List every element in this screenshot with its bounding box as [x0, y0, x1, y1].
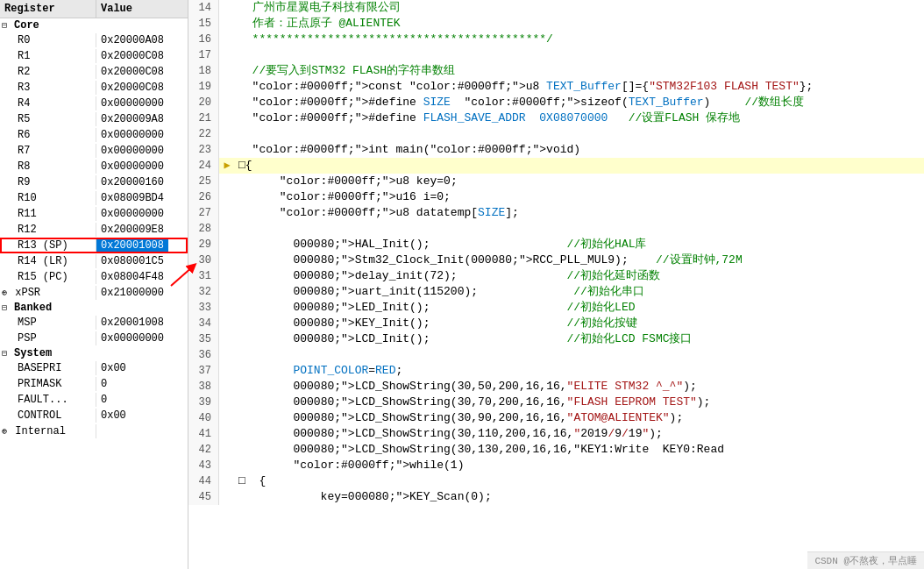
register-row[interactable]: R100x08009BD4	[0, 190, 188, 206]
register-row[interactable]: PRIMASK0	[0, 376, 188, 392]
line-content: □{	[235, 158, 252, 174]
reg-value-label: 0x200009A8	[96, 112, 168, 126]
line-content: 000080;">uart_init(115200); //初始化串口	[235, 284, 644, 300]
line-number: 39	[188, 395, 219, 410]
reg-name-label: MSP	[0, 316, 96, 330]
main-panel: Register Value ⊟CoreR00x20000A08R10x2000…	[0, 0, 924, 569]
line-content: 000080;">LCD_ShowString(30,110,200,16,16…	[235, 426, 663, 442]
reg-value-label: 0x08004F48	[96, 270, 168, 284]
register-row[interactable]: PSP0x00000000	[0, 331, 188, 346]
reg-value-label: 0x08009BD4	[96, 191, 168, 205]
reg-name-label: R11	[0, 207, 96, 221]
line-indicator: ▶	[219, 158, 235, 174]
register-row[interactable]: R80x00000000	[0, 159, 188, 174]
reg-name-label: R8	[0, 160, 96, 174]
reg-value-label: 0x20001008	[96, 316, 168, 330]
code-line: 25 "color:#0000ff;">u8 key=0;	[188, 174, 924, 189]
line-content: 000080;">LCD_ShowString(30,70,200,16,16,…	[235, 395, 710, 410]
register-row[interactable]: MSP0x20001008	[0, 315, 188, 331]
reg-name-label: BASEPRI	[0, 361, 96, 375]
register-group-header[interactable]: ⊟Core	[0, 18, 188, 32]
reg-name-label: R6	[0, 128, 96, 142]
line-number: 32	[188, 284, 219, 300]
register-row[interactable]: R00x20000A08	[0, 32, 188, 48]
line-number: 44	[188, 473, 219, 489]
line-number: 18	[188, 63, 219, 79]
line-content: "color:#0000ff;">const "color:#0000ff;">…	[235, 79, 813, 95]
expand-icon: ⊟	[2, 302, 12, 313]
line-number: 45	[188, 489, 219, 505]
reg-name-label: R1	[0, 49, 96, 63]
line-content: 000080;">Stm32_Clock_Init(000080;">RCC_P…	[235, 252, 743, 268]
register-row[interactable]: R30x20000C08	[0, 80, 188, 96]
reg-name-label: PSP	[0, 331, 96, 345]
line-content: "color:#0000ff;">u8 datatemp[SIZE];	[235, 205, 519, 221]
register-row[interactable]: R10x20000C08	[0, 48, 188, 64]
code-line: 31 000080;">delay_init(72); //初始化延时函数	[188, 268, 924, 284]
register-row[interactable]: R120x200009E8	[0, 222, 188, 238]
register-body: ⊟CoreR00x20000A08R10x20000C08R20x20000C0…	[0, 18, 188, 569]
register-row[interactable]: BASEPRI0x00	[0, 360, 188, 376]
line-number: 17	[188, 47, 219, 63]
code-panel: 14 广州市星翼电子科技有限公司15 作者：正点原子 @ALIENTEK16 *…	[188, 0, 924, 569]
register-row[interactable]: R20x20000C08	[0, 64, 188, 80]
line-number: 36	[188, 347, 219, 363]
code-line: 45 key=000080;">KEY_Scan(0);	[188, 489, 924, 505]
line-number: 40	[188, 410, 219, 426]
reg-name-label: R10	[0, 191, 96, 205]
register-group-header[interactable]: ⊟System	[0, 346, 188, 360]
group-name-label: System	[14, 347, 52, 359]
code-line: 24▶□{	[188, 158, 924, 174]
group-name-label: Core	[14, 19, 39, 32]
code-body[interactable]: 14 广州市星翼电子科技有限公司15 作者：正点原子 @ALIENTEK16 *…	[188, 0, 924, 569]
line-content: 广州市星翼电子科技有限公司	[235, 0, 401, 16]
line-content: 000080;">HAL_Init(); //初始化HAL库	[235, 237, 647, 252]
register-row[interactable]: R40x00000000	[0, 96, 188, 111]
register-row[interactable]: R14 (LR)0x080001C5	[0, 253, 188, 269]
register-group-header[interactable]: ⊟Banked	[0, 301, 188, 315]
code-line: 28	[188, 221, 924, 237]
register-row[interactable]: FAULT...0	[0, 392, 188, 408]
line-number: 30	[188, 252, 219, 268]
line-content: 000080;">delay_init(72); //初始化延时函数	[235, 268, 660, 284]
code-line: 17	[188, 47, 924, 63]
register-header: Register Value	[0, 0, 188, 18]
register-row[interactable]: R50x200009A8	[0, 111, 188, 127]
register-row[interactable]: R60x00000000	[0, 127, 188, 143]
reg-name-label: PRIMASK	[0, 377, 96, 391]
register-row[interactable]: R110x00000000	[0, 206, 188, 222]
code-line: 27 "color:#0000ff;">u8 datatemp[SIZE];	[188, 205, 924, 221]
line-number: 20	[188, 95, 219, 110]
code-line: 29 000080;">HAL_Init(); //初始化HAL库	[188, 237, 924, 252]
reg-name-label: R2	[0, 65, 96, 79]
internal-group[interactable]: ⊕ Internal	[0, 423, 188, 439]
reg-value-label: 0x00	[96, 409, 131, 423]
reg-value-label: 0x00	[96, 361, 131, 375]
code-line: 22	[188, 126, 924, 142]
code-line: 15 作者：正点原子 @ALIENTEK	[188, 16, 924, 32]
xpsr-row[interactable]: ⊕ xPSR0x21000000	[0, 285, 188, 301]
line-number: 33	[188, 300, 219, 316]
register-row[interactable]: CONTROL0x00	[0, 408, 188, 423]
value-col-header: Value	[96, 0, 137, 18]
code-line: 19 "color:#0000ff;">const "color:#0000ff…	[188, 79, 924, 95]
register-row[interactable]: R70x00000000	[0, 143, 188, 159]
code-line: 26 "color:#0000ff;">u16 i=0;	[188, 189, 924, 205]
register-row[interactable]: R90x20000160	[0, 174, 188, 190]
reg-value-label: 0x20000A08	[96, 33, 168, 47]
line-content: "color:#0000ff;">while(1)	[235, 458, 464, 473]
reg-value-label: 0x20000160	[96, 175, 168, 189]
code-line: 32 000080;">uart_init(115200); //初始化串口	[188, 284, 924, 300]
reg-value-label: 0x00000000	[96, 160, 168, 174]
line-content: "color:#0000ff;">int main("color:#0000ff…	[235, 142, 580, 158]
line-content: "color:#0000ff;">u16 i=0;	[235, 189, 451, 205]
reg-value-label: 0x00000000	[96, 128, 168, 142]
register-row[interactable]: R15 (PC)0x08004F48	[0, 269, 188, 285]
line-number: 26	[188, 189, 219, 205]
status-bar: CSDN @不熬夜，早点睡	[807, 551, 924, 569]
reg-name-label: R15 (PC)	[0, 270, 96, 284]
register-row[interactable]: R13 (SP)0x20001008	[0, 238, 188, 253]
line-number: 16	[188, 32, 219, 47]
code-line: 34 000080;">KEY_Init(); //初始化按键	[188, 316, 924, 331]
line-number: 19	[188, 79, 219, 95]
